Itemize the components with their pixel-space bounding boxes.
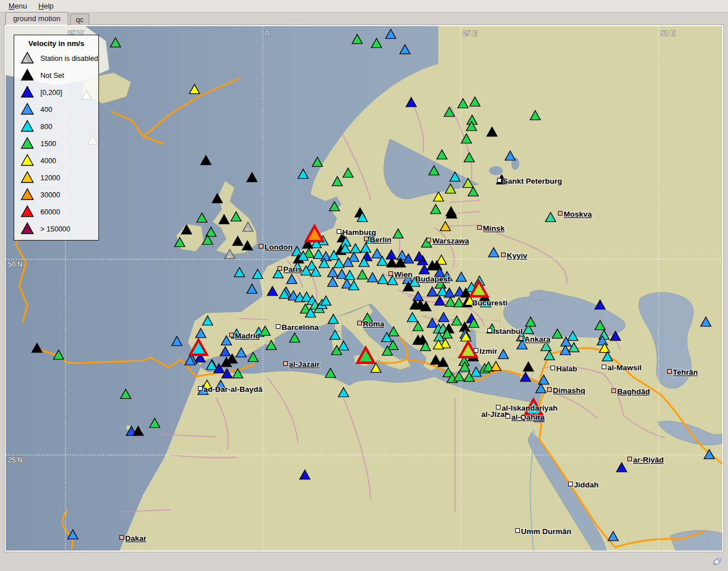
station-marker[interactable] [461, 134, 471, 143]
station-marker[interactable] [456, 272, 466, 282]
station-marker[interactable] [445, 297, 456, 307]
station-marker[interactable] [332, 177, 342, 186]
station-marker[interactable] [338, 388, 349, 397]
station-marker[interactable] [361, 243, 371, 253]
station-marker[interactable] [491, 362, 501, 371]
station-marker[interactable] [181, 225, 192, 234]
station-marker[interactable] [454, 372, 464, 381]
station-marker[interactable] [266, 341, 276, 350]
station-marker[interactable] [267, 287, 278, 296]
station-marker[interactable] [260, 326, 270, 336]
station-marker[interactable] [338, 341, 349, 350]
station-marker[interactable] [489, 248, 499, 257]
station-marker[interactable] [292, 247, 302, 256]
station-marker[interactable] [602, 352, 613, 361]
station-marker[interactable] [343, 168, 353, 177]
station-marker[interactable] [433, 192, 444, 201]
station-marker[interactable] [450, 172, 460, 181]
station-marker[interactable] [202, 316, 213, 325]
station-marker[interactable] [212, 194, 222, 203]
station-marker[interactable] [329, 202, 340, 211]
station-marker[interactable] [300, 470, 310, 479]
station-marker[interactable] [463, 179, 473, 188]
station-marker[interactable] [413, 292, 423, 301]
station-marker[interactable] [595, 321, 605, 330]
station-marker[interactable] [393, 229, 403, 238]
station-marker[interactable] [468, 187, 478, 196]
station-marker[interactable] [378, 275, 388, 284]
menu-item-help[interactable]: Help [34, 1, 59, 11]
connection-plug-icon[interactable] [710, 555, 723, 568]
station-marker[interactable] [704, 450, 714, 459]
station-marker[interactable] [617, 463, 627, 472]
station-marker[interactable] [313, 250, 324, 259]
station-marker[interactable] [560, 346, 570, 355]
station-marker[interactable] [701, 317, 711, 326]
alert-station-marker[interactable] [357, 348, 374, 363]
station-marker[interactable] [371, 39, 382, 48]
station-marker[interactable] [487, 127, 497, 136]
station-marker[interactable] [552, 329, 562, 338]
station-marker[interactable] [231, 212, 241, 221]
station-marker[interactable] [437, 150, 447, 159]
station-marker[interactable] [248, 353, 258, 362]
menu-item-menu[interactable]: Menu [3, 1, 32, 11]
station-marker[interactable] [498, 350, 508, 359]
station-marker[interactable] [325, 369, 336, 378]
station-marker[interactable] [32, 344, 42, 353]
station-marker[interactable] [413, 322, 423, 331]
tab-ground-motion[interactable]: ground motion [5, 12, 68, 25]
station-marker[interactable] [367, 273, 378, 282]
station-marker[interactable] [595, 300, 605, 309]
station-marker[interactable] [352, 35, 362, 44]
station-marker[interactable] [189, 85, 200, 94]
station-marker[interactable] [431, 205, 441, 214]
station-marker[interactable] [523, 362, 533, 371]
station-marker[interactable] [253, 270, 263, 279]
station-marker[interactable] [386, 250, 396, 259]
station-marker[interactable] [53, 350, 64, 359]
station-marker[interactable] [435, 296, 445, 305]
station-marker[interactable] [121, 390, 131, 399]
station-marker[interactable] [526, 317, 536, 326]
station-marker[interactable] [505, 151, 515, 160]
alert-station-marker[interactable] [306, 226, 322, 241]
station-marker[interactable] [349, 253, 359, 262]
station-marker[interactable] [236, 348, 246, 357]
station-marker[interactable] [530, 111, 540, 120]
station-marker[interactable] [444, 107, 454, 117]
station-marker[interactable] [388, 327, 399, 336]
station-marker[interactable] [470, 97, 480, 106]
station-marker[interactable] [386, 30, 396, 39]
station-marker[interactable] [458, 99, 468, 108]
station-marker[interactable] [328, 315, 338, 324]
station-marker[interactable] [599, 330, 609, 340]
station-marker[interactable] [400, 45, 410, 54]
station-marker[interactable] [234, 268, 245, 277]
station-marker[interactable] [247, 284, 257, 293]
tab-qc[interactable]: qc [70, 14, 89, 25]
station-marker[interactable] [371, 363, 381, 373]
station-marker[interactable] [233, 237, 243, 246]
station-marker[interactable] [445, 184, 456, 193]
station-marker[interactable] [150, 419, 160, 428]
station-marker[interactable] [220, 347, 230, 356]
station-marker[interactable] [287, 275, 297, 284]
station-marker[interactable] [407, 313, 417, 322]
station-marker[interactable] [197, 213, 207, 222]
station-marker[interactable] [337, 270, 347, 279]
station-marker[interactable] [172, 337, 182, 346]
station-marker[interactable] [242, 241, 253, 250]
station-marker[interactable] [431, 355, 441, 365]
alert-station-marker[interactable] [190, 340, 206, 355]
station-marker[interactable] [545, 213, 556, 222]
station-marker[interactable] [345, 271, 355, 280]
station-marker[interactable] [233, 369, 243, 378]
station-marker[interactable] [544, 351, 555, 360]
station-marker[interactable] [536, 384, 546, 393]
station-marker[interactable] [520, 373, 531, 382]
station-marker[interactable] [429, 166, 439, 175]
station-marker[interactable] [406, 98, 416, 107]
station-marker[interactable] [133, 427, 143, 436]
station-marker[interactable] [222, 369, 232, 378]
